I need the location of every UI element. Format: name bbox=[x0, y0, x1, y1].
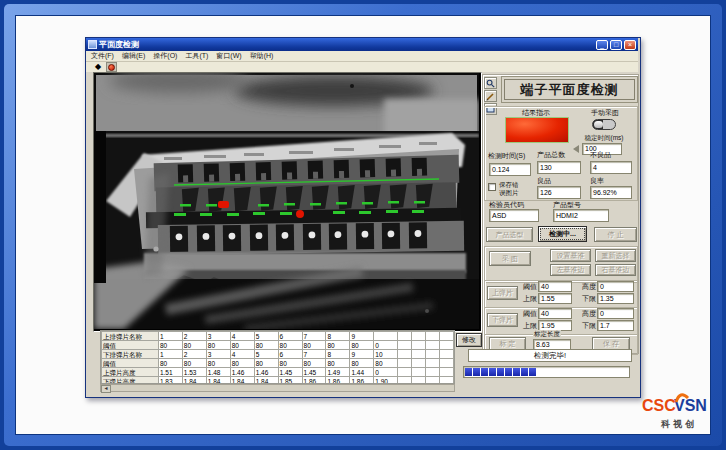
table-cell[interactable]: 3 bbox=[206, 350, 230, 359]
table-cell[interactable]: 80 bbox=[230, 359, 254, 368]
table-cell[interactable]: 1 bbox=[158, 332, 182, 341]
table-cell[interactable]: 1.86 bbox=[350, 377, 374, 385]
menu-edit[interactable]: 编辑(E) bbox=[122, 51, 145, 61]
table-cell[interactable]: 1.49 bbox=[326, 368, 350, 377]
reselect-button[interactable]: 重新选择 bbox=[595, 249, 636, 262]
table-cell[interactable] bbox=[440, 359, 454, 368]
camera-image-display[interactable] bbox=[93, 72, 482, 332]
table-cell[interactable]: 1.46 bbox=[230, 368, 254, 377]
table-cell[interactable]: 1.51 bbox=[158, 368, 182, 377]
save-error-checkbox[interactable] bbox=[488, 183, 496, 191]
total-field[interactable]: 130 bbox=[537, 161, 581, 174]
table-cell[interactable]: 1.84 bbox=[254, 377, 278, 385]
modify-button[interactable]: 修改 bbox=[456, 333, 482, 347]
table-cell[interactable]: 80 bbox=[350, 341, 374, 350]
table-cell[interactable] bbox=[426, 359, 440, 368]
right-reference-button[interactable]: 右基准边 bbox=[595, 264, 636, 276]
table-cell[interactable]: 80 bbox=[158, 341, 182, 350]
manual-capture-toggle[interactable] bbox=[592, 119, 616, 130]
table-cell[interactable]: 80 bbox=[182, 341, 206, 350]
menu-window[interactable]: 窗口(W) bbox=[216, 51, 241, 61]
table-cell[interactable] bbox=[440, 350, 454, 359]
table-cell[interactable] bbox=[412, 359, 426, 368]
table-cell[interactable]: 80 bbox=[254, 359, 278, 368]
table-cell[interactable]: 10 bbox=[374, 350, 398, 359]
pan-tool-button[interactable] bbox=[484, 90, 497, 102]
lower-threshold-field[interactable]: 40 bbox=[538, 308, 572, 319]
table-cell[interactable]: 1 bbox=[158, 350, 182, 359]
table-cell[interactable]: 7 bbox=[302, 350, 326, 359]
table-cell[interactable] bbox=[412, 332, 426, 341]
table-cell[interactable]: 80 bbox=[350, 359, 374, 368]
table-cell[interactable] bbox=[426, 332, 440, 341]
table-cell[interactable] bbox=[412, 377, 426, 385]
table-cell[interactable]: 3 bbox=[206, 332, 230, 341]
table-cell[interactable] bbox=[426, 350, 440, 359]
upper-height-field[interactable]: 0 bbox=[597, 281, 634, 292]
table-cell[interactable]: 80 bbox=[374, 359, 398, 368]
upper-threshold-field[interactable]: 40 bbox=[538, 281, 572, 292]
table-cell[interactable]: 4 bbox=[230, 350, 254, 359]
table-cell[interactable] bbox=[374, 332, 398, 341]
table-cell[interactable]: 80 bbox=[206, 341, 230, 350]
table-cell[interactable] bbox=[440, 377, 454, 385]
table-cell[interactable]: 4 bbox=[230, 332, 254, 341]
detect-time-field[interactable]: 0.124 bbox=[489, 163, 531, 176]
product-model-field[interactable]: HDMI2 bbox=[553, 209, 609, 222]
menu-operate[interactable]: 操作(O) bbox=[153, 51, 177, 61]
lower-height-field[interactable]: 0 bbox=[597, 308, 634, 319]
table-cell[interactable]: 9 bbox=[350, 350, 374, 359]
good-field[interactable]: 126 bbox=[537, 186, 581, 199]
table-cell[interactable]: 7 bbox=[302, 332, 326, 341]
table-cell[interactable]: 80 bbox=[230, 341, 254, 350]
table-cell[interactable] bbox=[398, 332, 412, 341]
table-cell[interactable]: 80 bbox=[302, 341, 326, 350]
table-cell[interactable] bbox=[426, 377, 440, 385]
stop-button[interactable]: 停 止 bbox=[594, 227, 637, 242]
table-hscrollbar[interactable]: ◄ bbox=[100, 384, 455, 392]
menu-help[interactable]: 帮助(H) bbox=[250, 51, 274, 61]
table-cell[interactable] bbox=[426, 368, 440, 377]
upper-uplimit-field[interactable]: 1.55 bbox=[538, 293, 572, 304]
table-cell[interactable]: 80 bbox=[206, 359, 230, 368]
table-cell[interactable]: 5 bbox=[254, 332, 278, 341]
menu-file[interactable]: 文件(F) bbox=[91, 51, 114, 61]
table-cell[interactable]: 80 bbox=[278, 341, 302, 350]
table-cell[interactable] bbox=[426, 341, 440, 350]
table-cell[interactable]: 80 bbox=[158, 359, 182, 368]
table-cell[interactable] bbox=[412, 350, 426, 359]
table-cell[interactable]: 1.84 bbox=[230, 377, 254, 385]
run-arrow-icon[interactable]: ◆ bbox=[95, 63, 101, 71]
table-cell[interactable]: 1.86 bbox=[302, 377, 326, 385]
table-cell[interactable]: 1.86 bbox=[326, 377, 350, 385]
table-cell[interactable]: 2 bbox=[182, 332, 206, 341]
table-cell[interactable]: 8 bbox=[326, 332, 350, 341]
table-cell[interactable]: 0 bbox=[374, 341, 398, 350]
table-cell[interactable]: 1.90 bbox=[374, 377, 398, 385]
table-cell[interactable]: 1.53 bbox=[182, 368, 206, 377]
maximize-button[interactable]: □ bbox=[610, 40, 622, 50]
time-slider-icon[interactable] bbox=[573, 145, 579, 153]
table-cell[interactable]: 8 bbox=[326, 350, 350, 359]
lower-spring-button[interactable]: 下弹片 bbox=[487, 313, 518, 327]
table-cell[interactable]: 9 bbox=[350, 332, 374, 341]
table-cell[interactable]: 80 bbox=[278, 359, 302, 368]
upper-spring-button[interactable]: 上弹片 bbox=[487, 286, 518, 300]
table-cell[interactable]: 1.84 bbox=[206, 377, 230, 385]
table-cell[interactable] bbox=[398, 368, 412, 377]
table-cell[interactable] bbox=[398, 377, 412, 385]
table-cell[interactable] bbox=[398, 359, 412, 368]
table-cell[interactable]: 1.46 bbox=[254, 368, 278, 377]
set-reference-button[interactable]: 设置基准 bbox=[550, 249, 591, 262]
product-select-button[interactable]: 产品选型 bbox=[486, 227, 533, 242]
menu-tools[interactable]: 工具(T) bbox=[185, 51, 208, 61]
table-cell[interactable]: 80 bbox=[326, 359, 350, 368]
lower-lowlimit-field[interactable]: 1.7 bbox=[597, 320, 634, 331]
defect-field[interactable]: 4 bbox=[590, 161, 632, 174]
scroll-left-icon[interactable]: ◄ bbox=[101, 385, 111, 393]
left-reference-button[interactable]: 左基准边 bbox=[550, 264, 591, 276]
table-cell[interactable]: 1.84 bbox=[182, 377, 206, 385]
detecting-button[interactable]: 检测中... bbox=[538, 226, 587, 242]
table-cell[interactable]: 1.85 bbox=[278, 377, 302, 385]
minimize-button[interactable]: _ bbox=[596, 40, 608, 50]
